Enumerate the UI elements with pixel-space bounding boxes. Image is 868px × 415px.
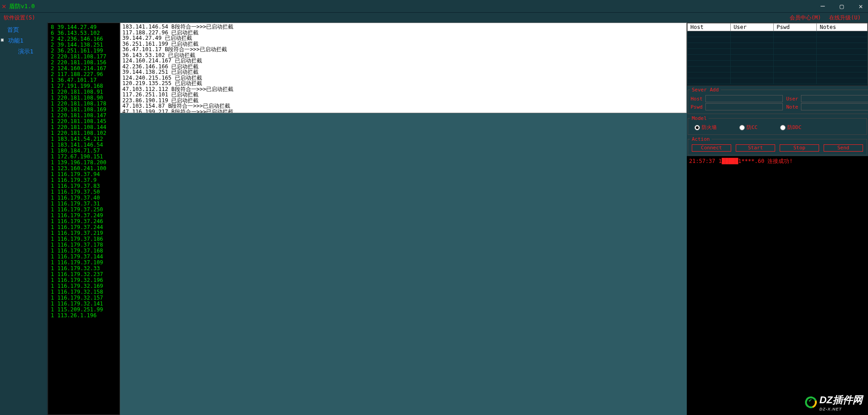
watermark-text: DZ插件网 DZ-X.NET <box>820 393 863 411</box>
table-row[interactable] <box>688 61 868 67</box>
log-line: 117.188.227.96 已启动拦截 <box>122 30 685 36</box>
log-line: 47.103.112.112 B段符合一>>>已启动拦截 <box>122 86 685 92</box>
table-row[interactable] <box>688 67 868 72</box>
send-button[interactable]: Send <box>824 144 863 152</box>
label-note: Note <box>786 104 798 110</box>
input-note[interactable] <box>801 103 868 110</box>
minimize-button[interactable]: ─ <box>817 2 828 10</box>
app-title: 盾防v1.0 <box>9 2 35 10</box>
log-line: 124.160.214.167 已启动拦截 <box>122 58 685 64</box>
model-legend: Model <box>690 115 709 121</box>
log-line: 42.236.146.166 已启动拦截 <box>122 64 685 70</box>
table-row[interactable] <box>688 49 868 55</box>
watermark-icon <box>803 395 819 410</box>
titlebar: ✕ 盾防v1.0 ─ ▢ ✕ <box>0 0 868 13</box>
server-add-legend: Sever Add <box>690 87 721 93</box>
th-pswd[interactable]: Pswd <box>774 24 817 31</box>
action-group: Action Connect Start Stop Send <box>688 136 867 155</box>
close-button[interactable]: ✕ <box>855 2 866 10</box>
input-user[interactable] <box>801 95 868 102</box>
ip-list-panel[interactable]: 8 39.144.27.496 36.143.53.1022 42.236.14… <box>48 23 120 415</box>
table-row[interactable] <box>688 43 868 49</box>
log-line: 36.47.101.17 B段符合一>>>已启动拦截 <box>122 47 685 52</box>
model-group: Model 防火墙 防CC 防DDC <box>688 115 867 135</box>
menu-upgrade[interactable]: 在线升级(U) <box>829 14 861 22</box>
label-pswd: Pswd <box>690 104 703 110</box>
console-output[interactable]: 21:57:37 1█████1****.60 连接成功! <box>687 156 868 415</box>
label-user: User <box>786 96 798 102</box>
log-line: 124.240.215.165 已启动拦截 <box>122 75 685 81</box>
table-row[interactable] <box>688 37 868 43</box>
maximize-button[interactable]: ▢ <box>836 2 847 10</box>
radio-firewall[interactable]: 防火墙 <box>694 124 717 131</box>
watermark: DZ插件网 DZ-X.NET <box>805 393 863 411</box>
nav-demo1[interactable]: 演示1 <box>0 46 47 57</box>
log-panel[interactable]: 183.141.146.54 B段符合一>>>已启动拦截117.188.227.… <box>120 23 687 113</box>
log-line: 47.116.199.217 B段符合一>>>已启动拦截 <box>122 109 685 114</box>
menu-member[interactable]: 会员中心(M) <box>790 14 821 22</box>
input-pswd[interactable] <box>705 103 783 110</box>
server-table[interactable]: Host User Pswd Notes <box>687 23 868 86</box>
th-host[interactable]: Host <box>688 24 731 31</box>
log-line: 39.144.138.251 已启动拦截 <box>122 69 685 75</box>
nav-func1[interactable]: 功能1 <box>0 35 47 46</box>
th-notes[interactable]: Notes <box>817 24 868 31</box>
th-user[interactable]: User <box>731 24 774 31</box>
table-row[interactable] <box>688 72 868 78</box>
log-line: 47.103.154.87 B段符合一>>>已启动拦截 <box>122 103 685 109</box>
ip-entry[interactable]: 1 113.26.1.196 <box>51 313 120 319</box>
radio-cc[interactable]: 防CC <box>739 124 757 131</box>
table-row[interactable] <box>688 31 868 37</box>
log-line: 117.26.251.101 已启动拦截 <box>122 92 685 98</box>
log-line: 39.144.27.49 已启动拦截 <box>122 35 685 41</box>
logo-icon: ✕ <box>2 2 6 10</box>
log-line: 120.219.135.255 已启动拦截 <box>122 81 685 86</box>
log-line: 36.143.53.102 已启动拦截 <box>122 52 685 58</box>
sidebar: 首页 功能1 演示1 <box>0 23 48 415</box>
empty-area <box>120 113 687 415</box>
connect-button[interactable]: Connect <box>692 144 731 152</box>
menubar: 软件设置(S) 会员中心(M) 在线升级(U) <box>0 13 868 23</box>
server-add-group: Sever Add Host User Load Pswd Note Add <box>688 87 868 114</box>
action-legend: Action <box>690 136 712 142</box>
input-host[interactable] <box>705 95 783 102</box>
stop-button[interactable]: Stop <box>780 144 819 152</box>
radio-ddc[interactable]: 防DDC <box>780 124 801 131</box>
nav-home[interactable]: 首页 <box>0 24 47 35</box>
label-host: Host <box>690 96 703 102</box>
start-button[interactable]: Start <box>736 144 775 152</box>
table-row[interactable] <box>688 55 868 61</box>
log-line: 183.141.146.54 B段符合一>>>已启动拦截 <box>122 24 685 30</box>
table-row[interactable] <box>688 78 868 84</box>
menu-settings[interactable]: 软件设置(S) <box>4 14 35 22</box>
